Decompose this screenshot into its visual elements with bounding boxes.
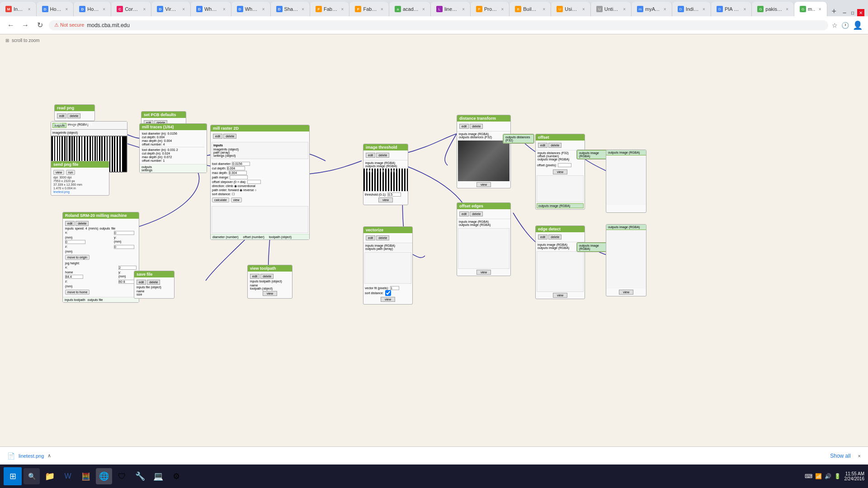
edge-detect-header[interactable]: edge detect bbox=[536, 226, 585, 232]
tab-close[interactable]: × bbox=[819, 7, 821, 12]
edit-button[interactable]: edit bbox=[459, 211, 469, 216]
node-edge-detect[interactable]: edge detect edit delete inputs image (RG… bbox=[535, 225, 585, 299]
tab-myavr[interactable]: m myAVR × bbox=[632, 2, 672, 16]
reload-button[interactable]: ↻ bbox=[34, 21, 45, 29]
run-button[interactable]: run bbox=[66, 170, 75, 175]
tab-close[interactable]: × bbox=[786, 7, 788, 12]
tab-close[interactable]: × bbox=[143, 7, 146, 12]
edit-button[interactable]: edit bbox=[213, 134, 222, 139]
node-send-png[interactable]: send png file view run dpi: 3000 dpi 755… bbox=[51, 161, 109, 196]
canvas-area[interactable]: ⊞ scroll to zoom bbox=[0, 34, 868, 448]
node-large-output-top[interactable]: outputs image (RGBA) bbox=[606, 150, 646, 213]
view-toolpath-header[interactable]: view toolpath bbox=[248, 265, 292, 272]
view-button[interactable]: view bbox=[553, 293, 567, 298]
node-save-file[interactable]: save file edit delete inputs file (objec… bbox=[134, 271, 175, 299]
tab-close[interactable]: × bbox=[28, 7, 31, 12]
offset-edges-header[interactable]: offset edges bbox=[457, 203, 510, 209]
vectorize-header[interactable]: vectorize bbox=[363, 227, 412, 233]
edit-button[interactable]: edit bbox=[366, 153, 375, 158]
taskbar-tools[interactable]: 🔧 bbox=[132, 468, 148, 484]
delete-button[interactable]: delete bbox=[147, 280, 160, 285]
delete-button[interactable]: delete bbox=[260, 274, 274, 279]
taskbar-word[interactable]: W bbox=[60, 468, 76, 484]
bookmark-icon[interactable]: ☆ bbox=[832, 22, 838, 29]
view-button[interactable]: view bbox=[553, 169, 567, 174]
tab-close[interactable]: × bbox=[542, 7, 545, 12]
tab-close[interactable]: × bbox=[103, 7, 105, 12]
start-button[interactable]: ⊞ bbox=[4, 467, 22, 485]
tab-fabac1[interactable]: F Fab Ac × bbox=[310, 2, 349, 16]
show-all-button[interactable]: Show all bbox=[826, 451, 854, 461]
tab-close[interactable]: × bbox=[65, 7, 68, 12]
minimize-button[interactable]: ─ bbox=[841, 9, 848, 16]
tab-close[interactable]: × bbox=[462, 7, 465, 12]
mill-traces-header[interactable]: mill traces (1/64) bbox=[140, 124, 207, 130]
edit-button[interactable]: edit bbox=[137, 280, 146, 285]
view-button[interactable]: view bbox=[381, 297, 395, 302]
node-outputs-distances[interactable]: outputs distances (F32) bbox=[503, 134, 534, 144]
tab-virus[interactable]: D Virus c × bbox=[151, 2, 191, 16]
save-file-header[interactable]: save file bbox=[134, 271, 174, 277]
edit-button[interactable]: edit bbox=[538, 143, 547, 148]
tab-linetest[interactable]: L linetest × bbox=[431, 2, 471, 16]
tab-india[interactable]: D India n × bbox=[672, 2, 711, 16]
tab-close[interactable]: × bbox=[703, 7, 705, 12]
tab-close[interactable]: × bbox=[501, 7, 504, 12]
tab-home1[interactable]: D Home × bbox=[37, 2, 74, 16]
move-to-home-button[interactable]: move to home bbox=[65, 290, 90, 295]
view-button[interactable]: view bbox=[53, 170, 64, 175]
node-output-final-right-2[interactable]: outputs image (RGBA) bbox=[576, 242, 608, 252]
delete-button[interactable]: delete bbox=[75, 221, 89, 226]
view-button[interactable]: view bbox=[476, 182, 491, 187]
calculate-button[interactable]: calculate bbox=[212, 197, 229, 202]
node-read-png[interactable]: read png edit delete bbox=[54, 104, 95, 121]
view-button[interactable]: view bbox=[263, 291, 277, 296]
download-close-button[interactable]: × bbox=[858, 453, 861, 459]
back-button[interactable]: ← bbox=[5, 21, 16, 29]
tab-corona[interactable]: C Corona × bbox=[111, 2, 151, 16]
tab-gmail[interactable]: M Inbox × bbox=[0, 2, 37, 16]
x-input[interactable] bbox=[114, 231, 134, 235]
view-button[interactable]: view bbox=[476, 270, 491, 275]
taskbar-browser[interactable]: 🌐 bbox=[96, 468, 112, 484]
address-input[interactable]: ⚠ Not secure mods.cba.mit.edu bbox=[49, 20, 828, 30]
image-threshold-header[interactable]: image threshold bbox=[363, 144, 408, 150]
tab-sharifs[interactable]: D Sharifs × bbox=[271, 2, 310, 16]
node-roland-srm20[interactable]: Roland SRM-20 milling machine edit delet… bbox=[62, 212, 139, 303]
delete-button[interactable]: delete bbox=[223, 134, 236, 139]
delete-button[interactable]: delete bbox=[67, 113, 80, 118]
taskbar-file-explorer[interactable]: 📁 bbox=[42, 468, 58, 484]
tab-close[interactable]: × bbox=[262, 7, 265, 12]
mill-raster-2d-header[interactable]: mill raster 2D bbox=[211, 125, 309, 131]
set-pcb-header[interactable]: set PCB defaults bbox=[142, 112, 186, 118]
edit-button[interactable]: edit bbox=[250, 274, 259, 279]
taskbar-app2[interactable]: ⚙ bbox=[168, 468, 184, 484]
roland-header[interactable]: Roland SRM-20 milling machine bbox=[63, 212, 139, 219]
tab-close[interactable]: × bbox=[743, 7, 746, 12]
node-distance-transform[interactable]: distance transform edit delete inputs im… bbox=[457, 115, 511, 188]
view-button[interactable]: view bbox=[619, 290, 633, 295]
account-icon[interactable]: 👤 bbox=[853, 20, 863, 30]
download-filename[interactable]: linetest.png bbox=[19, 453, 44, 459]
forward-button[interactable]: → bbox=[20, 21, 31, 29]
node-large-output-bottom[interactable]: outputs image (RGBA) view bbox=[606, 224, 646, 296]
download-expand-icon[interactable]: ∧ bbox=[47, 453, 51, 459]
taskbar-antivirus[interactable]: 🛡 bbox=[114, 468, 130, 484]
history-icon[interactable]: 🕐 bbox=[841, 22, 849, 29]
node-offset-edges[interactable]: offset edges edit delete inputs image (R… bbox=[457, 202, 511, 276]
taskbar-search-icon[interactable]: 🔍 bbox=[24, 468, 40, 484]
delete-button[interactable]: delete bbox=[470, 124, 483, 129]
taskbar-calc[interactable]: 🧮 bbox=[78, 468, 94, 484]
node-read-png-header[interactable]: read png bbox=[55, 105, 94, 111]
tab-mods[interactable]: G mo. × bbox=[794, 2, 827, 16]
tab-using[interactable]: U Using t × bbox=[551, 2, 590, 16]
tab-progra[interactable]: P Progra × bbox=[471, 2, 509, 16]
edit-button[interactable]: edit bbox=[459, 124, 469, 129]
z-input[interactable] bbox=[114, 245, 134, 249]
tab-close[interactable]: × bbox=[422, 7, 425, 12]
view-button[interactable]: view bbox=[378, 197, 393, 202]
tab-academ[interactable]: a academ × bbox=[389, 2, 431, 16]
close-button[interactable]: ✕ bbox=[857, 9, 864, 16]
tab-home2[interactable]: D Home × bbox=[74, 2, 111, 16]
delete-button[interactable]: delete bbox=[548, 235, 561, 239]
